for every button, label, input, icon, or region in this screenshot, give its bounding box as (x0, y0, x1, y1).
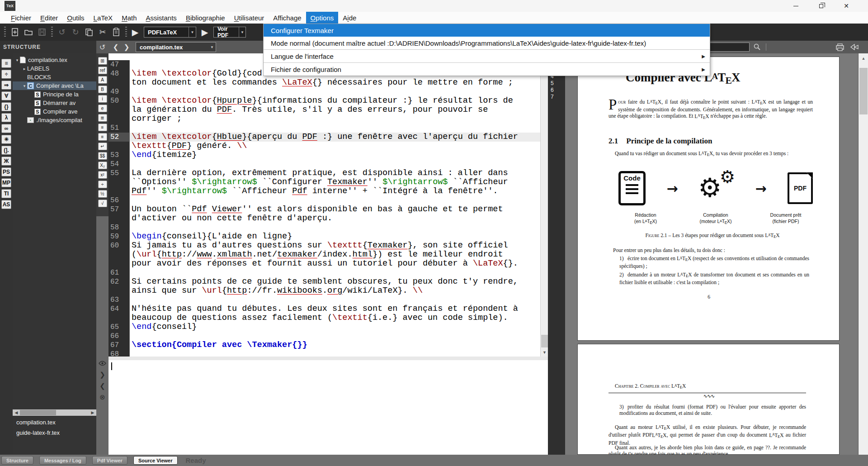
delimiters-icon[interactable]: (]. (1, 146, 11, 155)
code-text[interactable]: beaucoup de questions assez facilement (… (129, 314, 548, 323)
code-line[interactable]: 50\item \textcolor{Hpurple}{informations… (108, 96, 548, 105)
code-line[interactable]: corriger ; (108, 114, 548, 124)
cut-icon[interactable]: ✂ (96, 25, 109, 39)
new-document-button[interactable] (8, 25, 22, 39)
next-document-icon[interactable]: ❯ (121, 41, 132, 53)
search-icon[interactable] (753, 43, 761, 53)
code-line[interactable]: ainsi que sur \url{http://fr.wikibooks.o… (108, 286, 548, 295)
scrollbar-thumb[interactable] (20, 410, 56, 415)
scroll-left-icon[interactable]: ◀ (13, 409, 20, 416)
new-label-icon[interactable]: ⊞ (98, 57, 107, 65)
source-editor[interactable]: 4748\item \textcolor{Gold}{codton docume… (108, 53, 548, 455)
eye-icon[interactable] (99, 359, 106, 367)
run-compile-icon[interactable]: ▶ (129, 27, 141, 38)
emph-icon[interactable]: e (98, 105, 107, 112)
expanded-arrow-icon[interactable]: ▾ (22, 84, 27, 88)
scrollbar-thumb[interactable] (859, 68, 868, 114)
code-line[interactable]: 53\end{itemize} (108, 151, 548, 160)
maximize-button[interactable] (811, 0, 831, 12)
code-line[interactable]: (\url{http://www.xmlmath.net/texmaker/in… (108, 250, 548, 259)
menu-aide[interactable]: Aide (338, 12, 361, 24)
code-text[interactable]: Si jamais tu as d'autres questions sur \… (129, 241, 548, 250)
code-line[interactable]: 65\end{conseil} (108, 323, 548, 332)
pdf-vertical-scrollbar[interactable]: ▲ (858, 53, 868, 455)
toolbar-grip[interactable] (51, 27, 53, 38)
next-error-icon[interactable]: ❯ (99, 371, 105, 379)
code-line[interactable]: ton document et les commandes \LaTeX{} n… (108, 78, 548, 87)
pdf-page-number[interactable]: 7 (551, 94, 565, 100)
code-text[interactable]: ``Options'' $\rightarrow$ ``Configurer T… (129, 178, 548, 187)
scroll-down-icon[interactable]: ▼ (541, 348, 548, 357)
tree-item[interactable]: SPrincipe de la (13, 90, 96, 99)
tree-item[interactable]: ▾CCompiler avec \La (13, 81, 96, 90)
tikz-icon[interactable]: TI (1, 189, 11, 198)
view-tab-messages-log[interactable]: Messages / Log (39, 456, 86, 465)
pstricks-icon[interactable]: PS (1, 167, 11, 176)
tree-item[interactable]: ▸LABELS (13, 64, 96, 73)
code-text[interactable]: \texttt{PDF} généré. \\ (129, 142, 548, 151)
code-text[interactable]: La dernière option, extrêmement pratique… (129, 169, 548, 178)
code-line[interactable]: 60Si jamais tu as d'autres questions sur… (108, 241, 548, 250)
code-line[interactable]: 52\item \textcolor{Hblue}{aperçu du PDF … (108, 133, 548, 142)
code-line[interactable]: 68 (108, 350, 548, 357)
external-viewer-icon[interactable] (850, 43, 859, 53)
expanded-arrow-icon[interactable]: ▾ (14, 58, 20, 62)
toolbar-grip[interactable] (4, 27, 6, 38)
braces-icon[interactable]: {} (1, 102, 11, 111)
ref-icon[interactable]: ref (98, 67, 107, 74)
chevron-down-icon[interactable]: ▼ (239, 27, 245, 37)
code-text[interactable]: d'activer ou non cette fenêtre d'aperçu. (129, 214, 548, 223)
code-text[interactable] (129, 350, 548, 357)
view-mode-select[interactable]: Voir PDF▼ (213, 27, 246, 38)
tree-item[interactable]: ▪./Images/compilat (13, 116, 96, 124)
code-line[interactable]: 56 (108, 196, 548, 205)
code-text[interactable] (129, 268, 548, 277)
code-line[interactable]: 58 (108, 223, 548, 232)
prev-error-icon[interactable]: ❮ (99, 382, 105, 390)
menu-utilisateur[interactable]: Utilisateur (230, 12, 269, 24)
mathmode-icon[interactable]: $$ (98, 152, 107, 160)
code-text[interactable]: Si certains points de ce guide te semble… (129, 277, 548, 286)
redo-icon[interactable]: ↻ (69, 25, 82, 39)
minimize-button[interactable] (786, 0, 806, 12)
scroll-right-icon[interactable]: ▶ (89, 409, 96, 416)
document-selector[interactable]: compilation.tex▼ (136, 42, 216, 52)
code-line[interactable]: beaucoup de questions assez facilement (… (108, 314, 548, 323)
code-text[interactable] (129, 160, 548, 169)
tree-item[interactable]: ▾compilation.tex (13, 56, 96, 64)
stop-icon[interactable]: ⊗ (99, 393, 105, 401)
lambda-icon[interactable]: λ (1, 113, 11, 122)
code-line[interactable]: 59\begin{conseil}{L'aide en ligne} (108, 232, 548, 241)
code-line[interactable]: \texttt{PDF} généré. \\ (108, 142, 548, 151)
code-text[interactable]: \end{itemize} (129, 151, 548, 160)
menu-assistants[interactable]: Assistants (142, 12, 181, 24)
menu-item[interactable]: Configurer Texmaker (264, 24, 710, 37)
italic-icon[interactable]: i (98, 95, 107, 103)
open-file-item[interactable]: compilation.tex (13, 417, 96, 428)
asymptote-icon[interactable]: AS (1, 200, 11, 209)
code-line[interactable]: 61 (108, 268, 548, 277)
code-line[interactable]: 49 (108, 87, 548, 96)
close-button[interactable]: ✕ (836, 0, 856, 12)
scrollbar-thumb[interactable] (541, 335, 548, 347)
code-text[interactable]: Pdf'' $\rightarrow$ ``Afficheur Pdf inte… (129, 187, 548, 196)
structure-horizontal-scrollbar[interactable]: ◀ ▶ (13, 409, 96, 416)
newline-icon[interactable]: ↵ (98, 143, 107, 150)
print-icon[interactable] (835, 43, 844, 53)
menu-bibliographie[interactable]: Bibliographie (181, 12, 230, 24)
code-text[interactable]: \end{conseil} (129, 323, 548, 332)
editor-vertical-scrollbar[interactable]: ▼ (540, 53, 548, 357)
paste-button[interactable] (109, 25, 123, 39)
menu-item[interactable]: Langue de l'interface▶ (264, 50, 710, 62)
code-line[interactable]: 57Un bouton ``Pdf Viewer'' est alors dis… (108, 205, 548, 214)
code-line[interactable]: 55La dernière option, extrêmement pratiq… (108, 169, 548, 178)
view-tab-pdf-viewer[interactable]: Pdf Viewer (92, 456, 127, 465)
menu-outils[interactable]: Outils (62, 12, 89, 24)
code-text[interactable] (129, 223, 548, 232)
code-line[interactable]: 67\section{Compiler avec \Texmaker{}} (108, 341, 548, 350)
code-line[interactable]: la génération du PDF. Très utile, s'il y… (108, 105, 548, 114)
log-input-area[interactable] (108, 357, 548, 455)
menu-options[interactable]: Options (306, 12, 339, 24)
tree-item[interactable]: SDémarrer av (13, 99, 96, 107)
infinity-icon[interactable]: ∞ (1, 124, 11, 133)
